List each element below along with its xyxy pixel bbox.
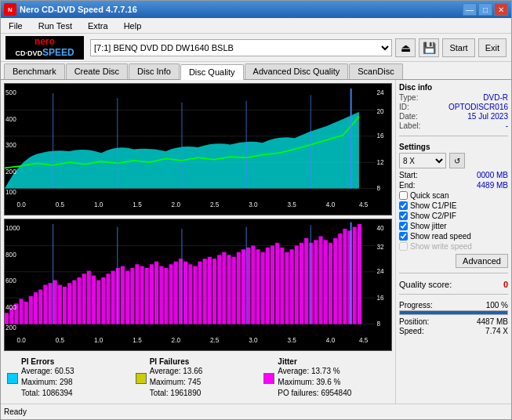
menu-extra[interactable]: Extra (83, 20, 113, 32)
quick-scan-checkbox[interactable] (399, 191, 408, 200)
svg-rect-94 (285, 252, 289, 324)
eject-icon[interactable]: ⏏ (395, 38, 416, 57)
exit-button[interactable]: Exit (478, 38, 507, 57)
svg-rect-103 (329, 243, 332, 324)
divider-2 (399, 273, 508, 273)
disc-info-section: Disc info Type: DVD-R ID: OPTODISCR016 D… (399, 83, 508, 131)
drive-selector[interactable]: [7:1] BENQ DVD DD DW1640 BSLB (90, 39, 392, 56)
show-c2-pif-row: Show C2/PIF (399, 212, 508, 220)
svg-text:200: 200 (5, 167, 16, 176)
svg-text:3.5: 3.5 (288, 201, 296, 209)
app-icon: N (4, 3, 16, 16)
svg-text:3.0: 3.0 (249, 201, 257, 209)
svg-text:300: 300 (5, 141, 16, 150)
disc-id-label: ID: (399, 103, 409, 111)
show-read-speed-label: Show read speed (410, 232, 471, 241)
disc-id-row: ID: OPTODISCR016 (399, 103, 508, 111)
chart-top: 24 20 16 12 8 500 400 300 200 100 0.0 0.… (4, 83, 392, 215)
title-bar-left: N Nero CD-DVD Speed 4.7.7.16 (4, 3, 137, 16)
svg-rect-41 (29, 296, 33, 324)
svg-rect-54 (92, 276, 96, 324)
svg-rect-75 (193, 266, 197, 324)
tab-disc-quality[interactable]: Disc Quality (180, 64, 244, 80)
svg-text:16: 16 (377, 293, 384, 302)
tab-advanced-disc-quality[interactable]: Advanced Disc Quality (245, 63, 349, 79)
menu-run-test[interactable]: Run Test (34, 20, 77, 32)
speed-label: Speed: (399, 327, 424, 335)
speed-selector[interactable]: 8 X (399, 153, 446, 168)
svg-text:400: 400 (5, 302, 16, 311)
svg-text:2.5: 2.5 (210, 336, 219, 345)
progress-value: 100 % (486, 301, 508, 310)
show-jitter-row: Show jitter (399, 222, 508, 230)
show-read-speed-checkbox[interactable] (399, 232, 408, 241)
disc-id-value: OPTODISCR016 (448, 103, 508, 111)
close-button[interactable]: ✕ (494, 3, 508, 16)
tab-create-disc[interactable]: Create Disc (66, 63, 128, 79)
svg-text:40: 40 (377, 224, 384, 233)
svg-text:3.0: 3.0 (249, 336, 257, 345)
svg-rect-46 (53, 281, 57, 324)
quality-score-row: Quality score: 0 (399, 280, 508, 289)
svg-text:0.5: 0.5 (56, 201, 64, 209)
speed-refresh-icon[interactable]: ↺ (449, 153, 465, 168)
svg-rect-60 (121, 266, 125, 324)
pi-failures-stat: PI Failures Average: 13.66 Maximum: 745 … (136, 357, 261, 399)
position-row: Position: 4487 MB (399, 317, 508, 326)
svg-rect-61 (125, 271, 129, 324)
start-button[interactable]: Start (442, 38, 474, 57)
svg-rect-63 (135, 264, 139, 324)
pi-errors-color (7, 373, 18, 384)
svg-text:100: 100 (5, 187, 16, 196)
tab-benchmark[interactable]: Benchmark (4, 63, 65, 79)
svg-rect-49 (67, 283, 71, 324)
svg-rect-82 (227, 255, 231, 324)
speed-row-progress: Speed: 7.74 X (399, 327, 508, 335)
po-failures-val: 6954840 (321, 389, 351, 397)
svg-text:4.5: 4.5 (359, 336, 368, 345)
pi-fail-total-label: Total: (150, 389, 169, 397)
start-mb-label: Start: (399, 171, 418, 179)
svg-rect-109 (358, 224, 361, 324)
svg-rect-44 (43, 285, 47, 324)
disc-date-value: 15 Jul 2023 (467, 112, 508, 121)
save-icon[interactable]: 💾 (419, 38, 439, 57)
pi-fail-max-val: 745 (188, 378, 202, 386)
advanced-button[interactable]: Advanced (456, 254, 508, 268)
svg-rect-52 (82, 273, 86, 324)
title-bar: N Nero CD-DVD Speed 4.7.7.16 — □ ✕ (1, 1, 511, 18)
svg-text:0.0: 0.0 (16, 336, 25, 345)
minimize-button[interactable]: — (463, 3, 477, 16)
svg-text:500: 500 (5, 89, 16, 97)
pi-failures-label: PI Failures (150, 357, 203, 366)
tab-scan-disc[interactable]: ScanDisc (349, 63, 402, 79)
speed-row: 8 X ↺ (399, 153, 508, 168)
svg-rect-56 (101, 277, 105, 324)
jitter-color (263, 373, 274, 384)
svg-text:12: 12 (377, 158, 384, 166)
disc-date-label: Date: (399, 112, 418, 121)
show-write-speed-checkbox[interactable] (399, 242, 408, 251)
show-read-speed-row: Show read speed (399, 232, 508, 241)
menu-file[interactable]: File (4, 20, 27, 32)
svg-rect-91 (271, 245, 274, 324)
pi-errors-values: Average: 60.53 Maximum: 298 Total: 10863… (21, 366, 74, 399)
settings-section: Settings 8 X ↺ Start: 0000 MB End: 4489 … (399, 143, 508, 268)
pi-fail-max-label: Maximum: (150, 378, 186, 386)
svg-rect-100 (314, 240, 318, 324)
svg-rect-48 (63, 287, 67, 324)
maximize-button[interactable]: □ (478, 3, 492, 16)
show-jitter-label: Show jitter (410, 222, 447, 230)
pi-fail-avg-val: 13.66 (183, 367, 202, 375)
svg-rect-53 (87, 271, 91, 324)
svg-rect-62 (130, 268, 134, 324)
tab-disc-info[interactable]: Disc Info (129, 63, 180, 79)
menu-help[interactable]: Help (119, 20, 147, 32)
title-controls: — □ ✕ (463, 3, 508, 16)
show-jitter-checkbox[interactable] (399, 222, 408, 230)
show-c2-pif-checkbox[interactable] (399, 212, 408, 220)
start-mb-row: Start: 0000 MB (399, 171, 508, 179)
disc-label-label: Label: (399, 121, 420, 130)
show-c1-pie-checkbox[interactable] (399, 201, 408, 210)
svg-rect-92 (275, 243, 279, 324)
